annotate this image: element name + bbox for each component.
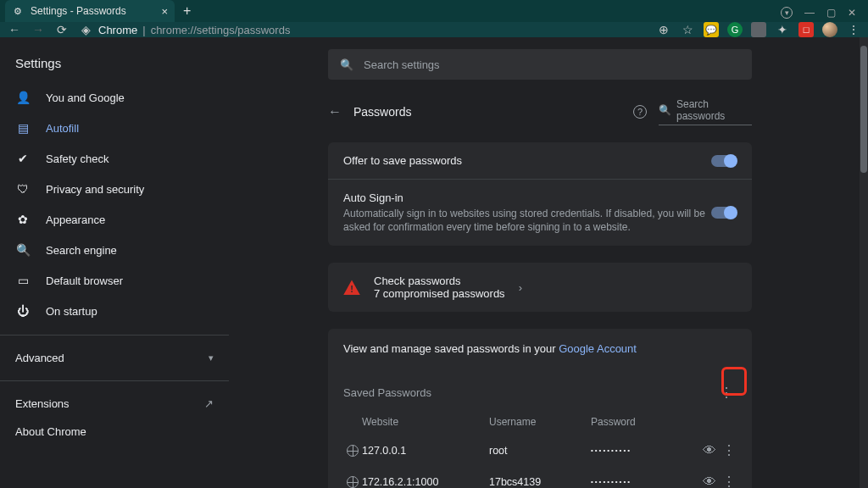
password-cell: •••••••••• — [591, 478, 698, 485]
sidebar-item-on-startup[interactable]: ⏻On startup — [0, 296, 229, 326]
col-website: Website — [362, 416, 489, 428]
sidebar-item-default-browser[interactable]: ▭Default browser — [0, 265, 229, 296]
palette-icon: ✿ — [15, 212, 31, 227]
show-password-button[interactable]: 👁 — [698, 443, 721, 458]
table-row[interactable]: 172.16.2.1:100017bcs4139••••••••••👁⋮ — [328, 466, 752, 488]
sidebar-item-label: Appearance — [46, 214, 105, 226]
extensions-menu-icon[interactable]: ✦ — [775, 22, 790, 37]
user-cell: root — [489, 445, 591, 457]
show-password-button[interactable]: 👁 — [698, 474, 721, 488]
row-more-button[interactable]: ⋮ — [721, 442, 737, 458]
row-title: Offer to save passwords — [343, 154, 711, 167]
sidebar-item-autofill[interactable]: ▤Autofill — [0, 113, 229, 143]
extension-icon[interactable]: □ — [798, 22, 814, 37]
search-settings-placeholder: Search settings — [364, 58, 440, 71]
sidebar-item-label: Search engine — [46, 244, 117, 257]
content-area: Settings 👤You and Google ▤Autofill ✔Safe… — [0, 37, 868, 488]
close-window-icon[interactable]: ✕ — [848, 7, 856, 19]
scrollbar[interactable] — [860, 37, 868, 488]
sidebar: Settings 👤You and Google ▤Autofill ✔Safe… — [0, 37, 229, 488]
heading-text: Saved Passwords — [343, 386, 431, 399]
password-cell: •••••••••• — [591, 446, 698, 454]
favicon — [343, 476, 362, 488]
panel-title: Passwords — [353, 105, 411, 119]
power-icon: ⏻ — [15, 303, 31, 319]
warning-icon — [343, 280, 360, 295]
sidebar-item-safety-check[interactable]: ✔Safety check — [0, 143, 229, 174]
back-button[interactable]: ← — [7, 22, 22, 37]
site-cell: 172.16.2.1:1000 — [362, 476, 489, 488]
address-bar: ← → ⟳ ◈ Chrome | chrome://settings/passw… — [0, 22, 868, 37]
sidebar-item-privacy[interactable]: 🛡Privacy and security — [0, 174, 229, 204]
external-link-icon: ↗ — [204, 397, 214, 410]
url-scheme: Chrome — [98, 24, 137, 36]
search-passwords-input[interactable]: 🔍 Search passwords — [659, 98, 752, 125]
sidebar-item-label: Safety check — [46, 152, 108, 165]
zoom-icon[interactable]: ⊕ — [656, 22, 671, 37]
minimize-icon[interactable]: — — [804, 7, 815, 19]
autofill-icon: ▤ — [15, 120, 31, 136]
sidebar-item-label: Autofill — [46, 122, 79, 135]
avatar[interactable] — [822, 22, 837, 37]
sidebar-item-search-engine[interactable]: 🔍Search engine — [0, 235, 229, 265]
bookmark-icon[interactable]: ☆ — [680, 22, 695, 37]
user-cell: 17bcs4139 — [489, 476, 591, 488]
browser-tab[interactable]: ⚙ Settings - Passwords × — [5, 0, 175, 22]
extension-icon[interactable] — [751, 22, 766, 37]
sidebar-about[interactable]: About Chrome — [0, 418, 229, 446]
favicon — [343, 445, 362, 457]
window-controls: ▾ — ▢ ✕ — [781, 7, 868, 22]
chrome-user-icon[interactable]: ▾ — [781, 7, 793, 19]
new-tab-button[interactable]: + — [183, 3, 191, 19]
tab-title: Settings - Passwords — [31, 5, 126, 17]
annotation-highlight — [721, 367, 747, 396]
col-password: Password — [591, 416, 737, 428]
shield-icon: ✔ — [15, 151, 31, 166]
search-settings-input[interactable]: 🔍 Search settings — [328, 49, 752, 80]
help-icon[interactable]: ? — [633, 105, 647, 119]
extension-icon[interactable]: 💬 — [704, 22, 719, 37]
row-description: Automatically sign in to websites using … — [343, 207, 711, 234]
manage-section: View and manage saved passwords in your … — [328, 329, 752, 488]
sidebar-item-label: Extensions — [15, 397, 70, 410]
google-account-link[interactable]: Google Account — [559, 342, 637, 355]
chevron-right-icon: › — [519, 281, 522, 294]
row-more-button[interactable]: ⋮ — [721, 474, 737, 488]
maximize-icon[interactable]: ▢ — [826, 7, 836, 19]
col-username: Username — [489, 416, 591, 428]
forward-button[interactable]: → — [31, 22, 46, 37]
sidebar-item-label: You and Google — [46, 92, 125, 104]
reload-button[interactable]: ⟳ — [54, 22, 70, 37]
extension-icon[interactable]: G — [727, 22, 743, 37]
url-text: chrome://settings/passwords — [151, 24, 291, 36]
tab-bar: ⚙ Settings - Passwords × + ▾ — ▢ ✕ — [0, 0, 868, 22]
search-icon: 🔍 — [659, 104, 671, 116]
scrollbar-thumb[interactable] — [860, 46, 867, 173]
table-header: Website Username Password — [328, 408, 752, 435]
manage-text: View and manage saved passwords in your — [343, 342, 559, 355]
offer-save-toggle[interactable] — [711, 155, 737, 167]
back-arrow-icon[interactable]: ← — [328, 104, 342, 119]
sidebar-advanced[interactable]: Advanced▾ — [0, 344, 229, 372]
lock-icon: 🛡 — [15, 181, 31, 197]
check-passwords-section[interactable]: Check passwords 7 compromised passwords … — [328, 263, 752, 312]
search-passwords-placeholder: Search passwords — [676, 98, 752, 122]
auto-signin-row: Auto Sign-in Automatically sign in to we… — [328, 179, 752, 246]
saved-passwords-heading: Saved Passwords ⋮ — [328, 369, 752, 408]
sidebar-item-label: Default browser — [46, 274, 123, 287]
table-row[interactable]: 127.0.0.1root••••••••••👁⋮ — [328, 435, 752, 466]
sidebar-item-appearance[interactable]: ✿Appearance — [0, 204, 229, 235]
offer-save-passwords-row: Offer to save passwords — [328, 142, 752, 179]
site-cell: 127.0.0.1 — [362, 445, 489, 457]
auto-signin-toggle[interactable] — [711, 207, 737, 219]
url-input[interactable]: ◈ Chrome | chrome://settings/passwords — [78, 22, 290, 37]
panel-header: ← Passwords ? 🔍 Search passwords — [328, 98, 752, 125]
sidebar-extensions[interactable]: Extensions↗ — [0, 390, 229, 418]
sidebar-item-you-and-google[interactable]: 👤You and Google — [0, 82, 229, 113]
chevron-down-icon: ▾ — [209, 352, 214, 363]
chrome-menu-icon[interactable]: ⋮ — [846, 22, 861, 37]
page-title: Settings — [0, 49, 229, 82]
close-icon[interactable]: × — [161, 5, 168, 18]
row-description: 7 compromised passwords — [374, 287, 505, 300]
site-info-icon[interactable]: ◈ — [78, 22, 93, 37]
